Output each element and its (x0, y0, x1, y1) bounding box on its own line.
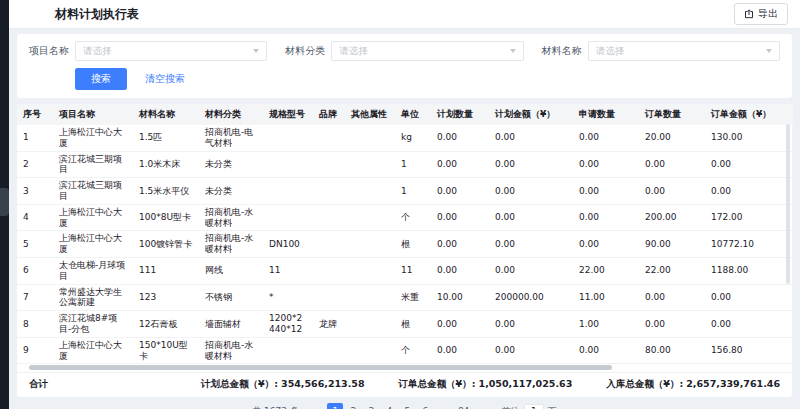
table-cell: 0.00 (431, 257, 489, 284)
page-button[interactable]: 5 (399, 403, 415, 409)
table-cell: 100*8U型卡 (133, 204, 199, 231)
table-cell: 0.00 (489, 125, 573, 151)
table-cell: 0.00 (431, 204, 489, 231)
page-button[interactable]: 3 (363, 403, 379, 409)
table-cell: 0.00 (489, 337, 573, 364)
table-cell: 米重 (395, 284, 431, 311)
table-cell (263, 125, 313, 151)
table-cell: 0.00 (431, 151, 489, 178)
table-cell: 0.00 (489, 204, 573, 231)
table-row: 6太仓电梯-月球项目111网线11110.000.0022.0022.00118… (17, 257, 793, 284)
table-cell: 滨江花城三期项目 (53, 178, 133, 205)
goto-suffix: 页 (548, 405, 557, 409)
table-cell: 未分类 (199, 178, 263, 205)
table-cell: 1200*2440*12 (263, 311, 313, 338)
planned-total-amount: 计划总金额（¥）: 354,566,213.58 (201, 378, 365, 391)
export-button[interactable]: 导出 (734, 3, 788, 25)
planned-total-label: 计划总金额（¥）: (201, 378, 278, 389)
table-cell: 150*10U型卡 (133, 337, 199, 364)
row-index-cell: 6 (17, 257, 53, 284)
table-cell (345, 178, 395, 205)
table-cell: 0.00 (489, 311, 573, 338)
material-name-placeholder: 请选择 (596, 45, 766, 58)
table-cell: DN100 (263, 231, 313, 258)
table-cell: 130.00 (705, 125, 793, 151)
table-cell (313, 231, 345, 258)
column-header: 其他属性 (345, 104, 395, 125)
vertical-scrollbar[interactable] (786, 124, 790, 284)
row-index-cell: 3 (17, 178, 53, 205)
column-header: 规格型号 (263, 104, 313, 125)
order-total-label: 订单总金额（¥）: (399, 378, 476, 389)
table-cell: 156.80 (705, 337, 793, 364)
material-name-select[interactable]: 请选择 (588, 41, 780, 61)
table-row: 3滨江花城三期项目1.5米水平仪未分类10.000.000.000.000.00 (17, 178, 793, 205)
table-cell: 22.00 (573, 257, 639, 284)
material-category-select[interactable]: 请选择 (331, 41, 523, 61)
filter-row: 项目名称 请选择 材料分类 请选择 材料名称 请选择 (29, 41, 780, 61)
export-label: 导出 (758, 7, 778, 21)
table-head-row: 序号项目名称材料名称材料分类规格型号品牌其他属性单位计划数量计划金额（¥）申请数… (17, 104, 793, 125)
row-index-cell: 9 (17, 337, 53, 364)
table-cell: 招商机电-水暖材料 (199, 204, 263, 231)
table-cell: 11 (395, 257, 431, 284)
table-cell: 网线 (199, 257, 263, 284)
filter-group-material-name: 材料名称 请选择 (542, 41, 780, 61)
table-cell: 11 (263, 257, 313, 284)
table-cell: 0.00 (705, 178, 793, 205)
search-button[interactable]: 搜索 (75, 68, 127, 90)
table-cell: 0.00 (639, 311, 705, 338)
chevron-down-icon (253, 49, 259, 53)
table-cell: 20.00 (639, 125, 705, 151)
rail-collapse-handle[interactable] (0, 188, 9, 216)
inbound-total-amount: 入库总金额（¥）: 2,657,339,761.46 (606, 378, 780, 391)
summary-items: 计划总金额（¥）: 354,566,213.58 订单总金额（¥）: 1,050… (201, 378, 780, 391)
table-cell: 0.00 (573, 151, 639, 178)
table-cell (345, 337, 395, 364)
table-cell: 根 (395, 231, 431, 258)
table-cell (313, 284, 345, 311)
clear-search-button[interactable]: 清空搜索 (139, 68, 191, 90)
page-button[interactable]: 6 (417, 403, 433, 409)
table-cell (313, 178, 345, 205)
table-cell: 个 (395, 337, 431, 364)
table-cell (313, 204, 345, 231)
app-shell: 材料计划执行表 导出 项目名称 请选择 (0, 0, 800, 409)
table-cell (263, 337, 313, 364)
column-header: 项目名称 (53, 104, 133, 125)
page-button[interactable]: 4 (381, 403, 397, 409)
table-cell: 太仓电梯-月球项目 (53, 257, 133, 284)
row-index-cell: 7 (17, 284, 53, 311)
table-cell (345, 311, 395, 338)
goto-page-input[interactable] (524, 404, 544, 409)
table-cell (313, 125, 345, 151)
material-name-label: 材料名称 (542, 44, 582, 58)
materials-table-card: 序号项目名称材料名称材料分类规格型号品牌其他属性单位计划数量计划金额（¥）申请数… (17, 104, 792, 397)
page-list: 123456...84 (327, 403, 473, 409)
table-cell: 上海松江中心大厦 (53, 125, 133, 151)
horizontal-scrollbar-thumb[interactable] (29, 365, 612, 370)
table-cell (263, 178, 313, 205)
project-name-select[interactable]: 请选择 (75, 41, 267, 61)
page-button[interactable]: 84 (454, 403, 473, 409)
table-cell: 招商机电-水暖材料 (199, 337, 263, 364)
table-cell: 0.00 (489, 178, 573, 205)
row-index-cell: 1 (17, 125, 53, 151)
table-cell (263, 151, 313, 178)
column-header: 计划数量 (431, 104, 489, 125)
page-button[interactable]: 2 (345, 403, 361, 409)
column-header: 订单数量 (639, 104, 705, 125)
page-button[interactable]: 1 (327, 403, 343, 409)
table-row: 5上海松江中心大厦100镀锌管卡招商机电-水暖材料DN100根0.000.000… (17, 231, 793, 258)
table-cell: 11.00 (573, 284, 639, 311)
table-cell (345, 231, 395, 258)
table-cell: 0.00 (573, 337, 639, 364)
table-cell (345, 151, 395, 178)
material-category-placeholder: 请选择 (339, 45, 509, 58)
project-name-placeholder: 请选择 (83, 45, 253, 58)
row-index-cell: 8 (17, 311, 53, 338)
table-cell: 上海松江中心大厦 (53, 204, 133, 231)
table-cell (345, 204, 395, 231)
table-cell: 0.00 (573, 204, 639, 231)
table-cell: 个 (395, 204, 431, 231)
